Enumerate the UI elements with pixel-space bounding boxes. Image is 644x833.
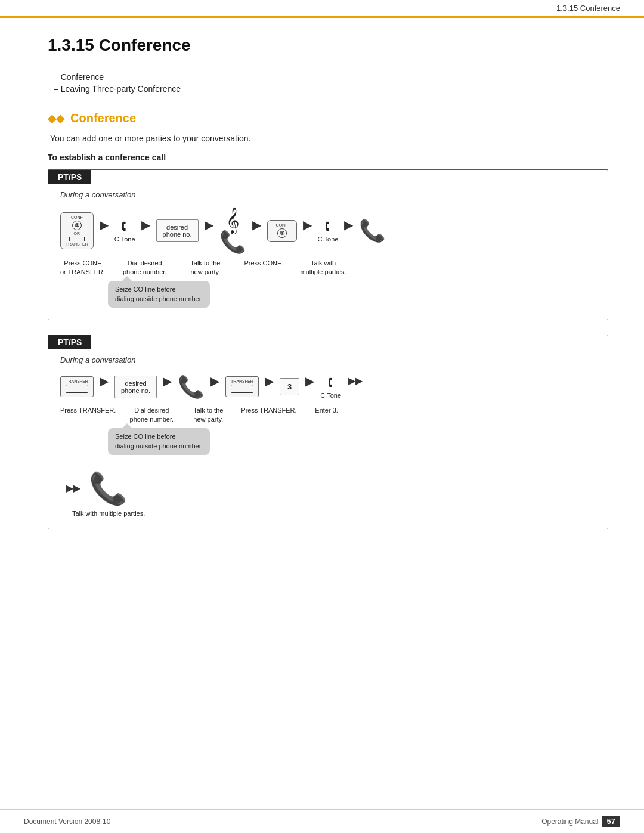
- arrow-b1: ▶: [100, 374, 109, 400]
- diagram-area-2: TRANSFER ▶ desired phone no. ▶: [48, 368, 608, 517]
- caption-b5: Enter 3.: [309, 406, 345, 415]
- toc-list: Conference Leaving Three-party Conferenc…: [48, 72, 608, 94]
- transfer-button-1: TRANSFER: [60, 376, 94, 397]
- captions-row-1: Press CONFor TRANSFER. Dial desiredphone…: [60, 256, 596, 277]
- conf-transfer-button: CONF ① OR TRANSFER: [60, 212, 94, 249]
- conf-button-2: CONF ①: [267, 220, 297, 242]
- conf-col-2: CONF ①: [267, 220, 297, 242]
- transfer-label-small: TRANSFER: [66, 242, 88, 246]
- talking-icon-1: 𝄞: [226, 209, 239, 231]
- caption-1: Press CONFor TRANSFER.: [60, 259, 105, 277]
- footer-manual: Operating Manual: [541, 817, 598, 826]
- desired-box-2: desired phone no.: [114, 376, 157, 398]
- section-title: Conference: [70, 112, 136, 125]
- conf2-label: CONF: [273, 223, 292, 227]
- arrow-1: ▶: [100, 218, 109, 244]
- transfer-rect-2: [231, 385, 253, 393]
- diagram-row-2: TRANSFER ▶ desired phone no. ▶: [60, 374, 596, 400]
- conf-label: CONF: [66, 215, 88, 219]
- arrow-b4: ▶: [265, 374, 274, 400]
- section-description: You can add one or more parties to your …: [50, 134, 608, 143]
- caption-b3: Talk to thenew party.: [187, 406, 229, 425]
- phone-wave-1: 📞: [219, 231, 246, 253]
- transfer-rect-1: [66, 385, 88, 393]
- talking-col-b1: 📞: [178, 376, 205, 398]
- desired-col-1: desired phone no.: [156, 219, 199, 242]
- phone-wave-b1: 📞: [178, 376, 205, 398]
- subsection-heading: To establish a conference call: [48, 153, 608, 162]
- final-row: ▶▶ 📞: [60, 455, 596, 510]
- diamonds-icon: ◆◆: [48, 112, 64, 125]
- transfer-col-1: TRANSFER: [60, 376, 94, 397]
- phone-wave-2: 📞: [359, 220, 386, 241]
- num3-col: 3: [280, 378, 299, 395]
- page-content: 1.3.15 Conference Conference Leaving Thr…: [0, 18, 644, 580]
- desired-label-2: desired: [121, 380, 150, 387]
- conf-circle-icon: ①: [72, 221, 82, 230]
- main-heading: 1.3.15 Conference: [48, 36, 608, 60]
- ctone-col-2: 🕻 C.Tone: [318, 219, 339, 243]
- ctone-col-1: 🕻 C.Tone: [114, 219, 135, 243]
- caption-4: Press CONF.: [244, 259, 282, 268]
- footer-page-number: 57: [602, 816, 620, 827]
- arrow-b3: ▶: [210, 374, 219, 400]
- toc-item-1: Conference: [54, 72, 608, 82]
- double-arrow-b: ▶▶: [348, 375, 363, 398]
- final-caption: Talk with multiple parties.: [60, 510, 596, 517]
- or-label: OR: [66, 231, 88, 236]
- phone-icon-b: 🕻: [324, 375, 338, 391]
- caption-b2: Dial desiredphone number.: [128, 406, 175, 425]
- toc-item-2: Leaving Three-party Conference: [54, 84, 608, 94]
- ptps-box-2: PT/PS During a conversation TRANSFER ▶ d…: [48, 335, 608, 529]
- num3-box: 3: [280, 378, 299, 395]
- desired-box-1: desired phone no.: [156, 219, 199, 242]
- header-title: 1.3.15 Conference: [556, 4, 620, 13]
- ptps-subtitle-1: During a conversation: [48, 184, 608, 203]
- ctone-label-2: C.Tone: [318, 236, 339, 243]
- section-heading: ◆◆ Conference: [48, 112, 608, 125]
- ctone-col-b: 🕻 C.Tone: [320, 375, 341, 399]
- arrow-2: ▶: [141, 218, 150, 244]
- arrow-4: ▶: [252, 218, 261, 244]
- conf-transfer-col: CONF ① OR TRANSFER: [60, 212, 94, 249]
- ptps-label-1: PT/PS: [48, 170, 91, 184]
- transfer-text-2: TRANSFER: [231, 379, 253, 383]
- conf2-circle: ①: [277, 228, 287, 238]
- arrow-3: ▶: [205, 218, 213, 244]
- talking-col-2: 📞: [359, 220, 386, 241]
- diagram-area-1: CONF ① OR TRANSFER ▶ 🕻 C.Tone ▶: [48, 203, 608, 308]
- footer-doc-version: Document Version 2008-10: [24, 817, 110, 826]
- phone-wave-final: 📞: [89, 473, 128, 504]
- desired-label-2b: phone no.: [121, 387, 150, 394]
- transfer-button-2: TRANSFER: [225, 376, 259, 397]
- arrow-6: ▶: [344, 218, 353, 244]
- caption-2: Dial desiredphone number.: [123, 259, 166, 277]
- transfer-col-2: TRANSFER: [225, 376, 259, 397]
- phone-icon-2: 🕻: [321, 219, 335, 234]
- arrow-b5: ▶: [305, 374, 314, 400]
- desired-col-2: desired phone no.: [114, 376, 157, 398]
- caption-b1: Press TRANSFER.: [60, 406, 116, 415]
- top-bar: 1.3.15 Conference: [0, 0, 644, 18]
- arrow-5: ▶: [303, 218, 312, 244]
- speech-bubble-1: Seize CO line beforedialing outside phon…: [108, 281, 210, 308]
- ctone-label-1: C.Tone: [114, 236, 135, 243]
- speech-bubble-2: Seize CO line beforedialing outside phon…: [108, 428, 210, 455]
- ptps-box-1: PT/PS During a conversation CONF ① OR TR…: [48, 169, 608, 320]
- desired-label-1: desired: [163, 224, 192, 231]
- ptps-subtitle-2: During a conversation: [48, 349, 608, 368]
- transfer-text-1: TRANSFER: [66, 379, 88, 383]
- captions-row-2: Press TRANSFER. Dial desiredphone number…: [60, 404, 596, 425]
- footer-page-area: Operating Manual 57: [541, 816, 620, 827]
- desired-label-1b: phone no.: [163, 231, 192, 238]
- caption-5: Talk withmultiple parties.: [301, 259, 346, 277]
- arrow-b2: ▶: [163, 374, 172, 400]
- double-arrow-final: ▶▶: [66, 482, 80, 494]
- ctone-label-b: C.Tone: [320, 392, 341, 399]
- talking-col-1: 𝄞 📞: [219, 209, 246, 253]
- transfer-bar: [69, 237, 85, 241]
- ptps-label-2: PT/PS: [48, 335, 91, 349]
- diagram-row-1: CONF ① OR TRANSFER ▶ 🕻 C.Tone ▶: [60, 209, 596, 253]
- page-footer: Document Version 2008-10 Operating Manua…: [0, 809, 644, 833]
- caption-b4: Press TRANSFER.: [241, 406, 296, 415]
